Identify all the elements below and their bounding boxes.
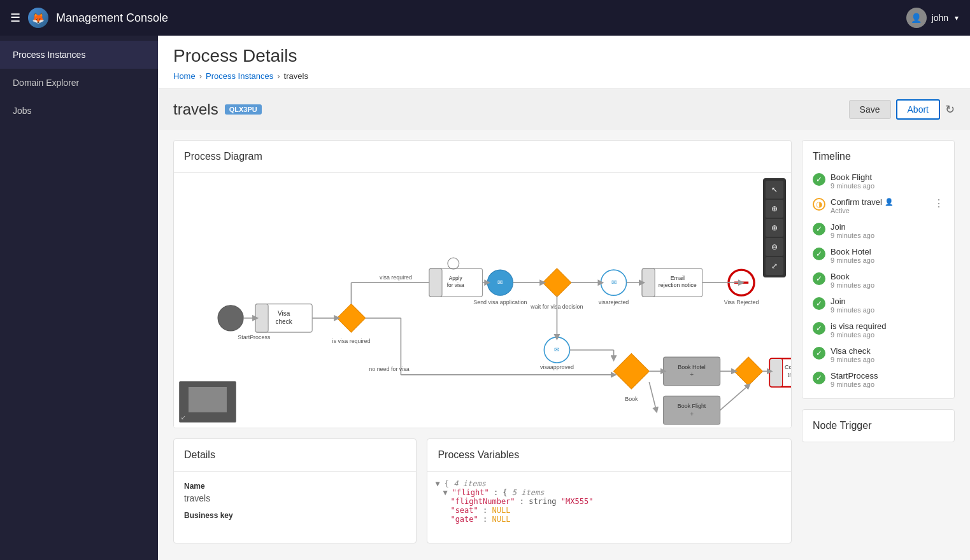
bottom-row: Details Name travels Business key Proces… (173, 438, 792, 543)
process-section: travels QLX3PU Save Abort ↻ (158, 89, 970, 130)
svg-rect-14 (429, 269, 442, 297)
avatar: 👤 (906, 8, 927, 28)
timeline-name-start-process: StartProcess (831, 371, 944, 381)
svg-marker-39 (614, 354, 650, 389)
timeline-name-book-hotel: Book Hotel (831, 247, 944, 256)
refresh-button[interactable]: ↻ (945, 102, 955, 116)
svg-rect-49 (770, 358, 783, 387)
svg-text:+: + (690, 371, 694, 378)
timeline-status-confirm-travel: Active (831, 207, 929, 214)
svg-point-15 (448, 258, 459, 269)
svg-text:Send visa application: Send visa application (473, 299, 527, 305)
toolbar-select[interactable]: ↖ (766, 181, 783, 199)
process-badge: QLX3PU (225, 104, 262, 115)
variables-content: ▼ { 4 items ▼ "flight" : { 5 items "flig (427, 472, 791, 531)
variables-title: Process Variables (427, 439, 791, 472)
timeline-card: Timeline ✓ Book Flight 9 minutes ago (802, 140, 955, 399)
details-business-key-label: Business key (184, 511, 406, 520)
node-trigger-card: Node Trigger (802, 409, 955, 442)
timeline-icon-book: ✓ (813, 272, 825, 285)
timeline-title: Timeline (802, 141, 954, 172)
timeline-icon-book-hotel: ✓ (813, 248, 825, 260)
minimap: ↙ (179, 381, 236, 423)
timeline-time-start-process: 9 minutes ago (831, 381, 944, 388)
timeline-time-join-1: 9 minutes ago (831, 232, 944, 239)
var-line-2: ▼ "flight" : { 5 items (435, 488, 783, 497)
minimap-inner (189, 387, 227, 412)
details-business-key-value (184, 522, 406, 533)
breadcrumb-home[interactable]: Home (173, 71, 196, 81)
timeline-content-book-flight: Book Flight 9 minutes ago (831, 172, 944, 190)
svg-text:Book: Book (625, 396, 638, 402)
process-diagram-svg: Visa check StartProcess is visa required (174, 173, 791, 428)
right-panel: Timeline ✓ Book Flight 9 minutes ago (802, 140, 955, 550)
var-line-5: "gate" : NULL (435, 515, 783, 524)
svg-text:✉: ✉ (554, 346, 559, 353)
diagram-toolbar: ↖ ⊕ ⊕ ⊖ ⤢ (763, 178, 786, 277)
svg-text:Book Hotel: Book Hotel (678, 364, 706, 370)
breadcrumb: Home › Process Instances › travels (173, 71, 955, 88)
svg-text:visa required: visa required (380, 274, 412, 281)
svg-rect-2 (255, 304, 268, 333)
sidebar-item-jobs[interactable]: Jobs (0, 97, 158, 125)
toolbar-zoom-in[interactable]: ⊕ (766, 219, 783, 237)
user-name: john (932, 13, 948, 23)
abort-button[interactable]: Abort (896, 99, 940, 120)
sidebar-item-process-instances[interactable]: Process Instances (0, 41, 158, 69)
timeline-name-confirm-travel: Confirm travel 👤 (831, 197, 929, 207)
toolbar-zoom-out[interactable]: ⊖ (766, 238, 783, 256)
breadcrumb-process-instances[interactable]: Process Instances (206, 71, 273, 81)
timeline-item-book: ✓ Book 9 minutes ago (813, 272, 944, 289)
svg-line-64 (649, 382, 656, 410)
timeline-item-visa-check: ✓ Visa check 9 minutes ago (813, 346, 944, 363)
hamburger-icon[interactable]: ☰ (10, 11, 20, 25)
timeline-content-confirm-travel: Confirm travel 👤 Active (831, 197, 929, 214)
timeline-icon-confirm-travel: ◑ (813, 198, 825, 211)
timeline-name-join-2: Join (831, 297, 944, 306)
svg-text:Apply: Apply (449, 275, 463, 281)
topbar-right: 👤 john ▼ (906, 8, 960, 28)
diagram-area: Visa check StartProcess is visa required (174, 173, 791, 428)
diagram-card: Process Diagram Visa check StartProcess (173, 140, 792, 428)
person-icon: 👤 (885, 198, 894, 206)
sidebar-item-domain-explorer[interactable]: Domain Explorer (0, 69, 158, 97)
diagram-title: Process Diagram (174, 141, 791, 173)
toolbar-fit[interactable]: ⤢ (766, 257, 783, 275)
svg-text:Visa Rejected: Visa Rejected (724, 299, 759, 305)
timeline-more-confirm-travel[interactable]: ⋮ (934, 197, 944, 209)
left-column: Process Diagram Visa check StartProcess (173, 140, 792, 550)
svg-text:StartProcess: StartProcess (238, 334, 271, 340)
timeline-content-start-process: StartProcess 9 minutes ago (831, 371, 944, 388)
details-content: Name travels Business key (174, 472, 416, 543)
timeline-icon-visa-check: ✓ (813, 347, 825, 360)
svg-text:✉: ✉ (611, 279, 617, 286)
timeline-icon-book-flight: ✓ (813, 173, 825, 186)
svg-text:Book Flight: Book Flight (678, 403, 706, 409)
timeline-time-book-flight: 9 minutes ago (831, 182, 944, 190)
timeline-icon-join-2: ✓ (813, 297, 825, 310)
var-line-4: "seat" : NULL (435, 506, 783, 515)
timeline-items: ✓ Book Flight 9 minutes ago ◑ Conf (802, 172, 954, 398)
svg-text:check: check (276, 318, 293, 325)
breadcrumb-sep-1: › (199, 71, 202, 81)
timeline-name-visa-required: is visa required (831, 321, 944, 331)
timeline-time-book-hotel: 9 minutes ago (831, 256, 944, 264)
timeline-item-join-1: ✓ Join 9 minutes ago (813, 222, 944, 239)
main-grid: Process Diagram Visa check StartProcess (158, 130, 970, 560)
user-dropdown-arrow[interactable]: ▼ (953, 15, 960, 22)
save-button[interactable]: Save (849, 100, 891, 119)
toolbar-connect[interactable]: ⊕ (766, 200, 783, 218)
timeline-content-book: Book 9 minutes ago (831, 272, 944, 289)
details-card: Details Name travels Business key (173, 438, 417, 543)
breadcrumb-current: travels (284, 71, 308, 81)
svg-text:visaapproved: visaapproved (540, 364, 574, 370)
svg-text:is visa required: is visa required (332, 338, 370, 344)
sidebar: Process Instances Domain Explorer Jobs (0, 36, 158, 560)
node-trigger-title: Node Trigger (813, 420, 944, 431)
page-title: Process Details (173, 46, 955, 66)
svg-text:Visa: Visa (278, 311, 290, 318)
svg-text:rejection notice: rejection notice (659, 282, 697, 288)
svg-point-0 (218, 305, 243, 331)
svg-text:for visa: for visa (447, 282, 464, 288)
process-title-row: travels QLX3PU (173, 101, 262, 118)
